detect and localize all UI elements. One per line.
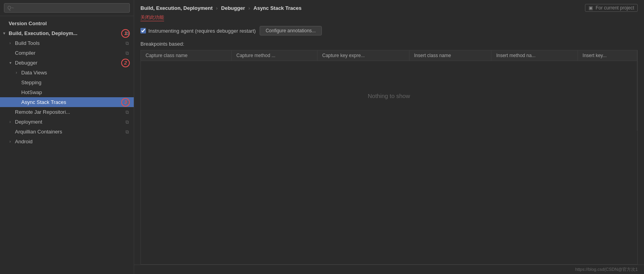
instrumenting-agent-label: Instrumenting agent (requires debugger r… — [148, 28, 256, 34]
table-header-cell: Insert key... — [578, 50, 637, 61]
table-header: Capture class nameCapture method ...Capt… — [141, 50, 637, 61]
sidebar-item-compiler[interactable]: Compiler⧉ — [0, 48, 134, 58]
nav-tree: Version Control▾Build, Execution, Deploy… — [0, 16, 134, 274]
expand-arrow-icon: ▾ — [9, 61, 15, 65]
sidebar-item-label: Debugger — [15, 60, 129, 66]
copy-icon: ⧉ — [125, 109, 129, 115]
breadcrumb-bar: Build, Execution, Deployment › Debugger … — [134, 0, 644, 13]
sidebar-item-label: Build, Execution, Deploym... — [9, 30, 125, 36]
table-header-cell: Capture key expre... — [317, 50, 409, 61]
annotation-warning-text: 关闭此功能 — [140, 14, 164, 21]
sidebar-item-label: Android — [15, 139, 129, 144]
instrumenting-agent-wrapper: Instrumenting agent (requires debugger r… — [140, 28, 256, 34]
table-body: Nothing to show — [141, 61, 637, 131]
sidebar: Version Control▾Build, Execution, Deploy… — [0, 0, 134, 274]
sidebar-item-label: Stepping — [21, 80, 129, 85]
sidebar-item-build-tools[interactable]: ›Build Tools⧉ — [0, 38, 134, 48]
table-header-row: Capture class nameCapture method ...Capt… — [141, 50, 637, 61]
sidebar-item-remote-jar-repositories[interactable]: Remote Jar Repositori...⧉ — [0, 107, 134, 117]
expand-arrow-icon: › — [9, 139, 15, 144]
configure-annotations-button[interactable]: Configure annotations... — [260, 26, 321, 35]
table-header-cell: Insert method na... — [491, 50, 578, 61]
expand-arrow-icon: ▾ — [3, 31, 9, 35]
annotation-circle: 3 — [121, 98, 130, 107]
for-current-project-badge: ▣ For current project — [585, 4, 638, 12]
checkbox-row: Instrumenting agent (requires debugger r… — [134, 23, 644, 39]
sidebar-item-stepping[interactable]: Stepping — [0, 78, 134, 87]
sidebar-item-label: Async Stack Traces — [21, 99, 125, 105]
breakpoints-table: Capture class nameCapture method ...Capt… — [141, 50, 637, 131]
expand-arrow-icon: › — [9, 41, 15, 45]
sidebar-item-label: Build Tools — [15, 40, 125, 46]
sidebar-item-label: HotSwap — [21, 89, 129, 95]
table-empty-row: Nothing to show — [141, 61, 637, 131]
copy-icon: ⧉ — [125, 119, 129, 125]
breakpoints-label: Breakpoints based: — [134, 39, 644, 50]
sidebar-item-label: Version Control — [9, 20, 129, 26]
main-content: Build, Execution, Deployment › Debugger … — [134, 0, 644, 274]
annotation-warning: 关闭此功能 — [134, 13, 644, 23]
copy-icon: ⧉ — [125, 50, 129, 56]
sidebar-item-build-execution-deployment[interactable]: ▾Build, Execution, Deploym...⧉1 — [0, 28, 134, 38]
empty-message: Nothing to show — [141, 61, 637, 131]
url-bar: https://blog.csd(CSDN@官方次1 — [134, 265, 644, 274]
sidebar-item-android[interactable]: ›Android — [0, 137, 134, 146]
sidebar-item-async-stack-traces[interactable]: Async Stack Traces⧉3 — [0, 97, 134, 107]
breadcrumb: Build, Execution, Deployment › Debugger … — [140, 5, 301, 11]
expand-arrow-icon: › — [16, 70, 21, 75]
table-header-cell: Capture class name — [141, 50, 231, 61]
sidebar-item-version-control[interactable]: Version Control — [0, 19, 134, 28]
sidebar-item-label: Deployment — [15, 119, 125, 125]
annotation-circle: 2 — [121, 59, 130, 67]
sidebar-item-label: Arquillian Containers — [15, 129, 125, 135]
sidebar-item-arquillian-containers[interactable]: Arquillian Containers⧉ — [0, 127, 134, 137]
sidebar-item-data-views[interactable]: ›Data Views — [0, 68, 134, 78]
expand-arrow-icon: › — [9, 120, 15, 124]
search-bar — [0, 0, 134, 16]
search-input[interactable] — [4, 3, 130, 13]
table-header-cell: Capture method ... — [231, 50, 317, 61]
sidebar-item-hotswap[interactable]: HotSwap — [0, 87, 134, 97]
annotation-circle: 1 — [121, 29, 130, 38]
sidebar-item-deployment[interactable]: ›Deployment⧉ — [0, 117, 134, 127]
table-header-cell: Insert class name — [409, 50, 491, 61]
copy-icon: ⧉ — [125, 129, 129, 135]
sidebar-item-label: Compiler — [15, 50, 125, 56]
instrumenting-agent-checkbox[interactable] — [140, 28, 146, 33]
sidebar-item-debugger[interactable]: ▾Debugger2 — [0, 58, 134, 68]
sidebar-item-label: Data Views — [21, 70, 129, 76]
sidebar-item-label: Remote Jar Repositori... — [15, 109, 125, 115]
copy-icon: ⧉ — [125, 41, 129, 46]
breakpoints-table-container[interactable]: Capture class nameCapture method ...Capt… — [140, 50, 638, 265]
project-icon: ▣ — [589, 5, 593, 11]
